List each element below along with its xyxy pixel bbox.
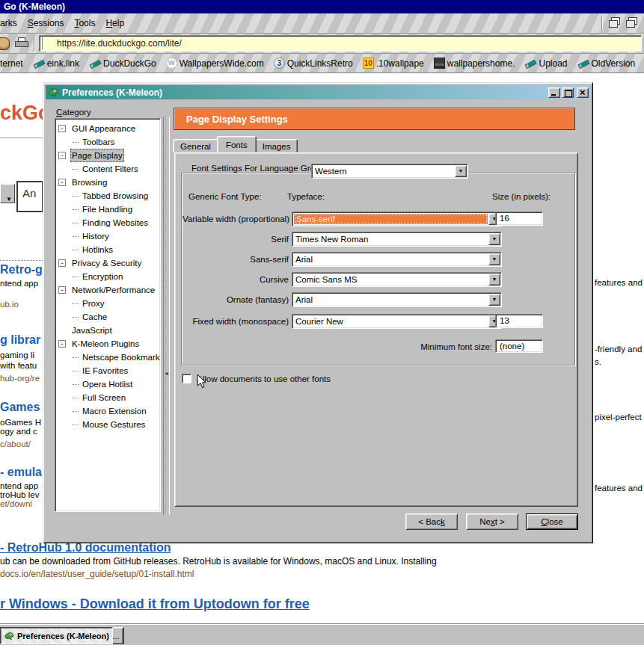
typeface-combo[interactable]: Arial▼ xyxy=(292,292,502,307)
tree-item-label: File Handling xyxy=(81,203,134,216)
typeface-combo[interactable]: Sans-serif▼ xyxy=(292,212,502,226)
category-tree-item[interactable]: Browsing xyxy=(55,176,160,189)
dialog-button[interactable]: Next > xyxy=(466,513,518,530)
tree-item-label: Full Screen xyxy=(81,391,127,404)
maximize-button[interactable] xyxy=(562,87,574,98)
pane-splitter[interactable]: ◄ xyxy=(163,117,170,515)
tree-expander-icon[interactable] xyxy=(58,152,66,159)
bookmark-icon xyxy=(33,58,45,69)
category-tree-item[interactable]: Cache xyxy=(55,310,160,324)
tree-expander-icon[interactable] xyxy=(58,259,66,267)
dialog-titlebar[interactable]: Preferences (K-Meleon) xyxy=(46,85,590,99)
browser-titlebar[interactable]: Go (K-Meleon) xyxy=(0,0,644,13)
tree-expander-icon[interactable] xyxy=(58,125,66,132)
bookmark-item[interactable]: .10wallpape xyxy=(363,58,424,69)
category-tree-item[interactable]: Full Screen xyxy=(55,391,160,404)
tree-expander-icon[interactable] xyxy=(58,340,66,348)
result-url[interactable]: c/about/ xyxy=(0,439,31,448)
page-dropdown-fragment[interactable]: ▼ xyxy=(0,184,15,203)
menu-item[interactable]: arks xyxy=(0,18,17,28)
tree-expander-icon[interactable] xyxy=(58,286,66,294)
result-link[interactable]: Games xyxy=(0,401,40,414)
bookmark-item[interactable]: OldVersion xyxy=(577,58,636,69)
tab[interactable]: Fonts xyxy=(217,136,257,152)
result-link[interactable]: - emula xyxy=(0,466,42,479)
typeface-combo[interactable]: Arial▼ xyxy=(292,252,502,267)
category-tree-item[interactable]: History xyxy=(55,229,160,243)
printer-icon[interactable] xyxy=(15,37,29,49)
menu-item[interactable]: Help xyxy=(105,18,124,28)
menu-item[interactable]: Tools xyxy=(74,18,95,28)
result-url[interactable]: hub-org/re xyxy=(0,374,40,383)
category-tree-item[interactable]: File Handling xyxy=(55,203,160,216)
dialog-button[interactable]: < Back xyxy=(405,513,458,530)
typeface-combo[interactable]: Courier New▼ xyxy=(292,314,502,329)
category-tree-item[interactable]: Toolbars xyxy=(55,135,160,149)
category-tree-item[interactable]: Netscape Bookmarks xyxy=(55,351,160,364)
bookmark-label: ternet xyxy=(0,58,23,69)
result-snippet: pixel-perfect xyxy=(595,413,642,422)
font-size-input[interactable]: 13 xyxy=(495,314,543,328)
dropdown-arrow-icon[interactable]: ▼ xyxy=(488,274,500,286)
category-tree-item[interactable]: Tabbed Browsing xyxy=(55,189,160,203)
category-tree-item[interactable]: Mouse Gestures xyxy=(55,418,160,431)
category-tree-item[interactable]: Finding Websites xyxy=(55,216,160,229)
font-size-input[interactable]: 16 xyxy=(495,212,543,226)
typeface-combo[interactable]: Comic Sans MS▼ xyxy=(292,272,502,287)
bookmark-label: Upload xyxy=(539,58,567,69)
tree-item-label: Netscape Bookmarks xyxy=(81,351,161,364)
dropdown-arrow-icon[interactable]: ▼ xyxy=(488,233,500,245)
bookmark-item[interactable]: DuckDuckGo xyxy=(89,58,156,69)
menu-item[interactable]: Sessions xyxy=(28,18,64,28)
min-font-size-input[interactable]: (none) xyxy=(495,339,543,353)
window-tile-alt-icon[interactable] xyxy=(626,17,639,28)
category-tree-item[interactable]: JavaScript xyxy=(55,324,160,337)
page-button-fragment[interactable]: An xyxy=(16,181,43,212)
bookmark-item[interactable]: WallpapersWide.com xyxy=(166,58,264,69)
category-tree-item[interactable]: Proxy xyxy=(55,297,160,310)
result-url[interactable]: docs.io/en/latest/user_guide/setup/01-in… xyxy=(0,569,194,579)
category-tree-item[interactable]: Privacy & Security xyxy=(55,256,160,270)
result-snippet: with featu xyxy=(0,361,37,370)
result-link[interactable]: g librar xyxy=(0,333,40,347)
allow-other-fonts-checkbox[interactable] xyxy=(182,374,191,383)
dropdown-arrow-icon[interactable]: ▼ xyxy=(488,253,500,265)
tab[interactable]: General xyxy=(173,139,218,152)
minimize-button[interactable] xyxy=(548,87,560,98)
bookmark-item[interactable]: QuickLinksRetro xyxy=(274,58,353,69)
typeface-combo[interactable]: Times New Roman▼ xyxy=(292,232,502,247)
dropdown-arrow-icon[interactable]: ▼ xyxy=(488,294,500,306)
url-bar[interactable]: https://lite.duckduckgo.com/lite/ xyxy=(39,35,642,52)
category-tree-item[interactable]: Network/Performance xyxy=(55,283,160,297)
bookmark-item[interactable]: eink.link xyxy=(33,58,79,69)
category-tree-item[interactable]: Encryption xyxy=(55,270,160,283)
result-url[interactable]: ub.io xyxy=(0,300,19,309)
category-tree-item[interactable]: Macro Extension xyxy=(55,404,160,418)
category-tree-item[interactable]: IE Favorites xyxy=(55,364,160,377)
category-tree-item[interactable]: GUI Appearance xyxy=(55,122,160,135)
bookmark-item[interactable]: Upload xyxy=(524,58,567,69)
dialog-button[interactable]: Close xyxy=(526,513,578,530)
category-tree-item[interactable]: Page Display xyxy=(55,149,160,162)
tab[interactable]: Images xyxy=(255,139,298,152)
result-url[interactable]: et/downl xyxy=(0,499,32,508)
close-button[interactable] xyxy=(577,87,589,98)
category-tree-item[interactable]: Opera Hotlist xyxy=(55,377,160,391)
palette-icon[interactable] xyxy=(0,37,10,50)
window-tile-icon[interactable] xyxy=(609,17,622,28)
category-tree-item[interactable]: K-Meleon Plugins xyxy=(55,337,160,351)
result-link[interactable]: r Windows - Download it from Uptodown fo… xyxy=(0,596,310,612)
tree-item-label: Toolbars xyxy=(81,135,116,149)
category-tree-item[interactable]: Hotlinks xyxy=(55,243,160,256)
bookmark-label: .10wallpape xyxy=(376,58,424,69)
taskbar-window-button[interactable]: Preferences (K-Meleon) xyxy=(0,627,113,644)
bookmark-item[interactable]: ternet xyxy=(0,58,23,69)
language-group-combo[interactable]: Western▼ xyxy=(311,164,468,179)
bookmark-item[interactable]: wallpapershome. xyxy=(434,58,515,69)
tree-expander-icon[interactable] xyxy=(58,179,66,186)
result-link[interactable]: Retro-g xyxy=(0,263,43,277)
dropdown-arrow-icon[interactable]: ▼ xyxy=(455,165,467,177)
bookmark-label: wallpapershome. xyxy=(447,58,515,69)
category-tree-item[interactable]: Content Filters xyxy=(55,162,160,176)
font-row: Variable width (proportional)Sans-serif▼… xyxy=(175,212,577,228)
